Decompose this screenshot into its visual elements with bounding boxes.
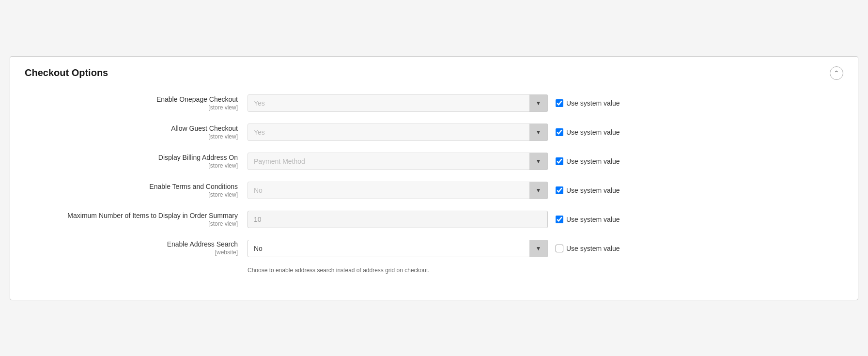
label-sub-billing-address: [store view] bbox=[25, 162, 238, 169]
control-row-address-search: No▼Use system value bbox=[248, 240, 843, 257]
hint-text-address-search: Choose to enable address search instead … bbox=[248, 267, 430, 274]
label-main-billing-address: Display Billing Address On bbox=[25, 153, 238, 163]
label-sub-onepage-checkout: [store view] bbox=[25, 104, 238, 111]
system-value-label-billing-address: Use system value bbox=[566, 157, 620, 165]
label-main-address-search: Enable Address Search bbox=[25, 240, 238, 249]
system-value-label-max-items: Use system value bbox=[566, 216, 620, 223]
control-group-terms-conditions: No▼Use system value bbox=[248, 182, 843, 199]
select-wrapper-onepage-checkout: Yes▼ bbox=[248, 94, 548, 112]
select-guest-checkout[interactable]: Yes bbox=[248, 124, 548, 141]
label-sub-guest-checkout: [store view] bbox=[25, 133, 238, 140]
select-onepage-checkout[interactable]: Yes bbox=[248, 94, 548, 112]
label-group-terms-conditions: Enable Terms and Conditions[store view] bbox=[25, 182, 248, 199]
select-wrapper-terms-conditions: No▼ bbox=[248, 182, 548, 199]
control-row-onepage-checkout: Yes▼Use system value bbox=[248, 94, 843, 112]
form-row-guest-checkout: Allow Guest Checkout[store view]Yes▼Use … bbox=[25, 124, 843, 141]
control-row-max-items: Use system value bbox=[248, 211, 843, 228]
label-sub-address-search: [website] bbox=[25, 249, 238, 256]
form-row-terms-conditions: Enable Terms and Conditions[store view]N… bbox=[25, 182, 843, 199]
form-rows-container: Enable Onepage Checkout[store view]Yes▼U… bbox=[25, 94, 843, 274]
system-value-checkbox-terms-conditions[interactable] bbox=[556, 186, 563, 194]
system-value-wrapper-max-items: Use system value bbox=[556, 216, 633, 223]
system-value-label-guest-checkout: Use system value bbox=[566, 128, 620, 136]
collapse-button[interactable]: ⌃ bbox=[830, 66, 843, 80]
system-value-wrapper-guest-checkout: Use system value bbox=[556, 128, 633, 136]
label-main-terms-conditions: Enable Terms and Conditions bbox=[25, 182, 238, 192]
control-group-billing-address: Payment Method▼Use system value bbox=[248, 153, 843, 170]
system-value-checkbox-onepage-checkout[interactable] bbox=[556, 99, 563, 107]
system-value-wrapper-billing-address: Use system value bbox=[556, 157, 633, 165]
label-group-guest-checkout: Allow Guest Checkout[store view] bbox=[25, 124, 248, 140]
control-group-guest-checkout: Yes▼Use system value bbox=[248, 124, 843, 141]
checkout-options-panel: Checkout Options ⌃ Enable Onepage Checko… bbox=[10, 56, 858, 300]
label-main-guest-checkout: Allow Guest Checkout bbox=[25, 124, 238, 134]
control-row-terms-conditions: No▼Use system value bbox=[248, 182, 843, 199]
select-address-search[interactable]: No bbox=[248, 240, 548, 257]
label-sub-max-items: [store view] bbox=[25, 220, 238, 227]
input-max-items[interactable] bbox=[248, 211, 548, 228]
select-wrapper-guest-checkout: Yes▼ bbox=[248, 124, 548, 141]
label-group-max-items: Maximum Number of Items to Display in Or… bbox=[25, 211, 248, 228]
label-group-address-search: Enable Address Search[website] bbox=[25, 240, 248, 256]
label-sub-terms-conditions: [store view] bbox=[25, 191, 238, 198]
system-value-wrapper-address-search: Use system value bbox=[556, 245, 633, 252]
system-value-label-address-search: Use system value bbox=[566, 245, 620, 252]
select-wrapper-billing-address: Payment Method▼ bbox=[248, 153, 548, 170]
control-group-onepage-checkout: Yes▼Use system value bbox=[248, 94, 843, 112]
form-row-onepage-checkout: Enable Onepage Checkout[store view]Yes▼U… bbox=[25, 94, 843, 112]
system-value-checkbox-billing-address[interactable] bbox=[556, 157, 563, 165]
select-wrapper-address-search: No▼ bbox=[248, 240, 548, 257]
system-value-wrapper-terms-conditions: Use system value bbox=[556, 186, 633, 194]
form-row-max-items: Maximum Number of Items to Display in Or… bbox=[25, 211, 843, 228]
label-main-onepage-checkout: Enable Onepage Checkout bbox=[25, 95, 238, 105]
system-value-checkbox-max-items[interactable] bbox=[556, 216, 563, 223]
panel-title: Checkout Options bbox=[25, 67, 108, 78]
system-value-label-terms-conditions: Use system value bbox=[566, 186, 620, 194]
panel-header: Checkout Options ⌃ bbox=[25, 66, 843, 80]
system-value-label-onepage-checkout: Use system value bbox=[566, 99, 620, 107]
label-group-billing-address: Display Billing Address On[store view] bbox=[25, 153, 248, 170]
form-row-address-search: Enable Address Search[website]No▼Use sys… bbox=[25, 240, 843, 274]
system-value-checkbox-address-search[interactable] bbox=[556, 245, 563, 252]
control-group-address-search: No▼Use system valueChoose to enable addr… bbox=[248, 240, 843, 274]
system-value-checkbox-guest-checkout[interactable] bbox=[556, 128, 563, 136]
select-terms-conditions[interactable]: No bbox=[248, 182, 548, 199]
select-billing-address[interactable]: Payment Method bbox=[248, 153, 548, 170]
control-group-max-items: Use system value bbox=[248, 211, 843, 228]
control-row-guest-checkout: Yes▼Use system value bbox=[248, 124, 843, 141]
form-row-billing-address: Display Billing Address On[store view]Pa… bbox=[25, 153, 843, 170]
label-main-max-items: Maximum Number of Items to Display in Or… bbox=[25, 211, 238, 221]
system-value-wrapper-onepage-checkout: Use system value bbox=[556, 99, 633, 107]
control-row-billing-address: Payment Method▼Use system value bbox=[248, 153, 843, 170]
label-group-onepage-checkout: Enable Onepage Checkout[store view] bbox=[25, 95, 248, 111]
